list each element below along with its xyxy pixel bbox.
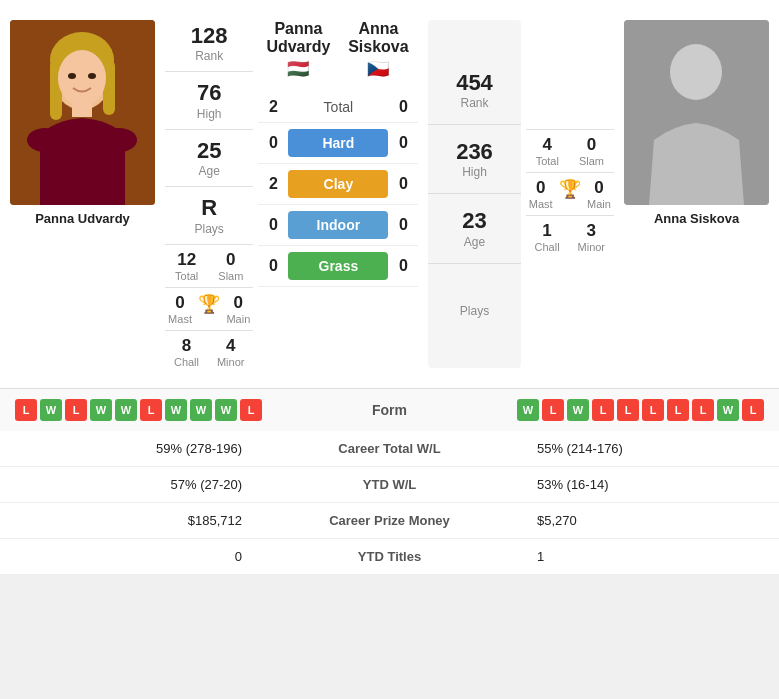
form-pill: W <box>717 399 739 421</box>
total-right-score: 0 <box>388 98 418 116</box>
left-form-pills: LWLWWLWWWL <box>15 399 262 421</box>
hard-badge: Hard <box>288 129 388 157</box>
right-minor-num: 3 <box>587 221 596 241</box>
form-pill: L <box>642 399 664 421</box>
total-left-score: 2 <box>258 98 288 116</box>
left-mast-stat: 0 Mast <box>168 293 192 325</box>
left-chall-label: Chall <box>174 356 199 368</box>
left-chall-num: 8 <box>182 336 191 356</box>
indoor-row: 0 Indoor 0 <box>258 205 418 246</box>
stat-center-label: Career Total W/L <box>257 431 522 467</box>
right-age-block: 23 Age <box>428 194 520 263</box>
stats-table: 59% (278-196)Career Total W/L55% (214-17… <box>0 431 779 575</box>
left-high-block: 76 High <box>165 72 253 129</box>
clay-right-score: 0 <box>388 175 418 193</box>
svg-point-5 <box>58 50 106 106</box>
form-pill: L <box>617 399 639 421</box>
right-chall-minor-row: 1 Chall 3 Minor <box>526 216 614 258</box>
form-pill: W <box>40 399 62 421</box>
clay-row: 2 Clay 0 <box>258 164 418 205</box>
right-player-photo <box>624 20 769 205</box>
left-plays-block: R Plays <box>165 187 253 244</box>
stat-center-label: YTD W/L <box>257 466 522 502</box>
right-mast-stat: 0 Mast <box>529 178 553 210</box>
stat-right-value: 55% (214-176) <box>522 431 779 467</box>
form-pill: L <box>15 399 37 421</box>
right-age-number: 23 <box>462 208 486 234</box>
right-chall-stat: 1 Chall <box>535 221 560 253</box>
stat-right-value: 53% (16-14) <box>522 466 779 502</box>
main-container: Panna Udvardy 128 Rank 76 High 25 Age R … <box>0 0 779 575</box>
stats-row: $185,712Career Prize Money$5,270 <box>0 502 779 538</box>
left-minor-stat: 4 Minor <box>217 336 245 368</box>
form-pill: L <box>140 399 162 421</box>
left-player-photo-panel: Panna Udvardy <box>0 10 165 378</box>
indoor-right-score: 0 <box>388 216 418 234</box>
right-total-slam-row: 4 Total 0 Slam <box>526 129 614 173</box>
left-chall-minor-row: 8 Chall 4 Minor <box>165 331 253 373</box>
left-high-label: High <box>197 107 222 121</box>
right-high-label: High <box>462 165 487 179</box>
right-plays-number <box>471 278 477 304</box>
right-total-label: Total <box>536 155 559 167</box>
surface-rows: 2 Total 0 0 Hard 0 2 Clay <box>258 92 418 287</box>
left-main-stat: 0 Main <box>226 293 250 325</box>
right-rank-label: Rank <box>461 96 489 110</box>
left-rank-block: 128 Rank <box>165 15 253 72</box>
right-slam-num: 0 <box>587 135 596 155</box>
svg-point-8 <box>101 128 137 152</box>
form-pill: W <box>165 399 187 421</box>
left-player-name: Panna Udvardy <box>35 211 130 226</box>
right-minor-stat: 3 Minor <box>578 221 606 253</box>
right-high-block: 236 High <box>428 125 520 194</box>
top-section: Panna Udvardy 128 Rank 76 High 25 Age R … <box>0 0 779 388</box>
left-mast-label: Mast <box>168 313 192 325</box>
right-mast-label: Mast <box>529 198 553 210</box>
left-chall-stat: 8 Chall <box>174 336 199 368</box>
right-chall-num: 1 <box>542 221 551 241</box>
clay-badge: Clay <box>288 170 388 198</box>
hard-row: 0 Hard 0 <box>258 123 418 164</box>
right-chall-label: Chall <box>535 241 560 253</box>
form-pill: W <box>517 399 539 421</box>
stat-left-value: 57% (27-20) <box>0 466 257 502</box>
svg-point-9 <box>68 73 76 79</box>
form-pill: L <box>742 399 764 421</box>
form-label: Form <box>350 402 430 418</box>
left-stats-panel: 128 Rank 76 High 25 Age R Plays 12 Total <box>165 10 253 378</box>
svg-rect-4 <box>103 60 115 115</box>
left-mast-main-row: 0 Mast 🏆 0 Main <box>165 288 253 331</box>
clay-left-score: 2 <box>258 175 288 193</box>
left-age-label: Age <box>199 164 220 178</box>
left-trophy-icon: 🏆 <box>198 293 220 325</box>
left-slam-num: 0 <box>226 250 235 270</box>
svg-point-7 <box>27 128 63 152</box>
right-total-num: 4 <box>543 135 552 155</box>
left-main-num: 0 <box>234 293 243 313</box>
indoor-left-score: 0 <box>258 216 288 234</box>
form-pill: L <box>667 399 689 421</box>
left-rank-number: 128 <box>191 23 228 49</box>
right-age-label: Age <box>464 235 485 249</box>
left-player-photo <box>10 20 155 205</box>
right-trophy-icon: 🏆 <box>559 178 581 210</box>
hard-left-score: 0 <box>258 134 288 152</box>
right-slam-stat: 0 Slam <box>579 135 604 167</box>
form-pill: W <box>215 399 237 421</box>
left-center-name: Panna Udvardy <box>258 20 338 56</box>
stats-row: 57% (27-20)YTD W/L53% (16-14) <box>0 466 779 502</box>
left-total-stat: 12 Total <box>175 250 198 282</box>
svg-point-12 <box>670 44 722 100</box>
stat-center-label: YTD Titles <box>257 538 522 574</box>
left-minor-num: 4 <box>226 336 235 356</box>
grass-right-score: 0 <box>388 257 418 275</box>
hard-right-score: 0 <box>388 134 418 152</box>
left-slam-stat: 0 Slam <box>218 250 243 282</box>
left-high-number: 76 <box>197 80 221 106</box>
right-player-photo-panel: Anna Siskova <box>614 10 779 378</box>
left-flag: 🇭🇺 <box>258 58 338 80</box>
right-slam-label: Slam <box>579 155 604 167</box>
indoor-badge: Indoor <box>288 211 388 239</box>
left-plays-label: Plays <box>195 222 224 236</box>
grass-row: 0 Grass 0 <box>258 246 418 287</box>
